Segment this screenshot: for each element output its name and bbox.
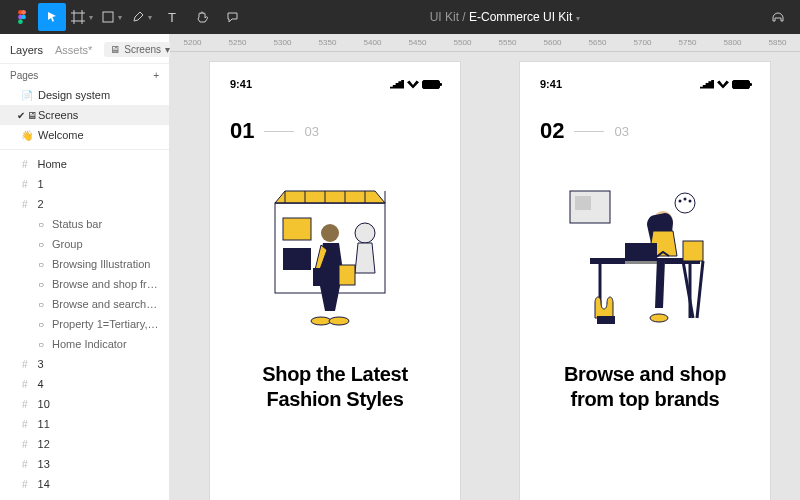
svg-rect-9 bbox=[103, 12, 113, 22]
frame-item[interactable]: 10 bbox=[0, 394, 169, 414]
top-toolbar: ▾ ▾ ▾ T UI Kit / E-Commerce UI Kit▾ bbox=[0, 0, 800, 34]
svg-point-24 bbox=[689, 200, 692, 203]
illustration bbox=[540, 168, 750, 338]
svg-rect-31 bbox=[683, 241, 703, 261]
pages-header: Pages + bbox=[0, 64, 169, 85]
svg-rect-16 bbox=[313, 268, 327, 286]
artboard[interactable]: 9:41 0103 Shop the LatestFashion Styles bbox=[210, 62, 460, 500]
status-bar: 9:41 bbox=[230, 78, 440, 90]
frame-item[interactable]: Home bbox=[0, 154, 169, 174]
svg-rect-15 bbox=[339, 265, 355, 285]
layer-item[interactable]: ○Browse and search your new ... bbox=[0, 294, 169, 314]
layer-item[interactable]: ○Browsing Illustration bbox=[0, 254, 169, 274]
artboard-heading: Shop the LatestFashion Styles bbox=[230, 362, 440, 412]
svg-rect-12 bbox=[283, 248, 311, 270]
svg-point-18 bbox=[329, 317, 349, 325]
headphones-icon[interactable] bbox=[764, 3, 792, 31]
layers-tab[interactable]: Layers bbox=[10, 44, 43, 56]
left-sidebar: Layers Assets* 🖥 Screens ▾ Pages + 📄Desi… bbox=[0, 34, 170, 500]
svg-point-1 bbox=[21, 10, 26, 15]
illustration bbox=[230, 168, 440, 338]
svg-point-17 bbox=[311, 317, 331, 325]
frame-item[interactable]: 2 bbox=[0, 194, 169, 214]
svg-point-13 bbox=[355, 223, 375, 243]
svg-rect-29 bbox=[625, 243, 657, 263]
pager: 0203 bbox=[540, 118, 750, 144]
layer-item[interactable]: ○Property 1=Tertiary, Property ... bbox=[0, 314, 169, 334]
figma-menu-button[interactable] bbox=[8, 3, 36, 31]
status-bar: 9:41 bbox=[540, 78, 750, 90]
frame-item[interactable]: 15 bbox=[0, 494, 169, 500]
svg-rect-20 bbox=[575, 196, 591, 210]
layer-item[interactable]: ○Status bar bbox=[0, 214, 169, 234]
svg-point-23 bbox=[684, 198, 687, 201]
svg-point-3 bbox=[21, 15, 26, 20]
move-tool-button[interactable] bbox=[38, 3, 66, 31]
page-item[interactable]: 👋Welcome bbox=[0, 125, 169, 145]
horizontal-ruler: 5200525053005350540054505500555056005650… bbox=[170, 34, 800, 52]
document-title[interactable]: UI Kit / E-Commerce UI Kit▾ bbox=[248, 10, 762, 24]
assets-tab[interactable]: Assets* bbox=[55, 44, 92, 56]
layer-item[interactable]: ○Home Indicator bbox=[0, 334, 169, 354]
frame-item[interactable]: 1 bbox=[0, 174, 169, 194]
svg-point-21 bbox=[675, 193, 695, 213]
frame-item[interactable]: 11 bbox=[0, 414, 169, 434]
frame-item[interactable]: 13 bbox=[0, 454, 169, 474]
frame-item[interactable]: 3 bbox=[0, 354, 169, 374]
svg-point-4 bbox=[18, 19, 23, 24]
frame-item[interactable]: 14 bbox=[0, 474, 169, 494]
screens-dropdown[interactable]: 🖥 Screens ▾ bbox=[104, 42, 176, 57]
svg-point-14 bbox=[321, 224, 339, 242]
text-tool-button[interactable]: T bbox=[158, 3, 186, 31]
frame-tool-button[interactable]: ▾ bbox=[68, 3, 96, 31]
page-item[interactable]: ✔ 🖥Screens bbox=[0, 105, 169, 125]
page-item[interactable]: 📄Design system bbox=[0, 85, 169, 105]
svg-rect-11 bbox=[283, 218, 311, 240]
svg-point-22 bbox=[679, 200, 682, 203]
pager: 0103 bbox=[230, 118, 440, 144]
svg-rect-35 bbox=[597, 316, 615, 324]
artboard-heading: Browse and shopfrom top brands bbox=[540, 362, 750, 412]
pen-tool-button[interactable]: ▾ bbox=[128, 3, 156, 31]
frame-item[interactable]: 4 bbox=[0, 374, 169, 394]
comment-tool-button[interactable] bbox=[218, 3, 246, 31]
hand-tool-button[interactable] bbox=[188, 3, 216, 31]
add-page-button[interactable]: + bbox=[153, 70, 159, 81]
artboard[interactable]: 9:41 0203 Browse and shopfrom top brands bbox=[520, 62, 770, 500]
layer-item[interactable]: ○Group bbox=[0, 234, 169, 254]
layer-item[interactable]: ○Browse and shop from top bra... bbox=[0, 274, 169, 294]
frame-item[interactable]: 12 bbox=[0, 434, 169, 454]
svg-point-34 bbox=[650, 314, 668, 322]
canvas[interactable]: 5200525053005350540054505500555056005650… bbox=[170, 34, 800, 500]
shape-tool-button[interactable]: ▾ bbox=[98, 3, 126, 31]
svg-line-33 bbox=[697, 261, 703, 318]
